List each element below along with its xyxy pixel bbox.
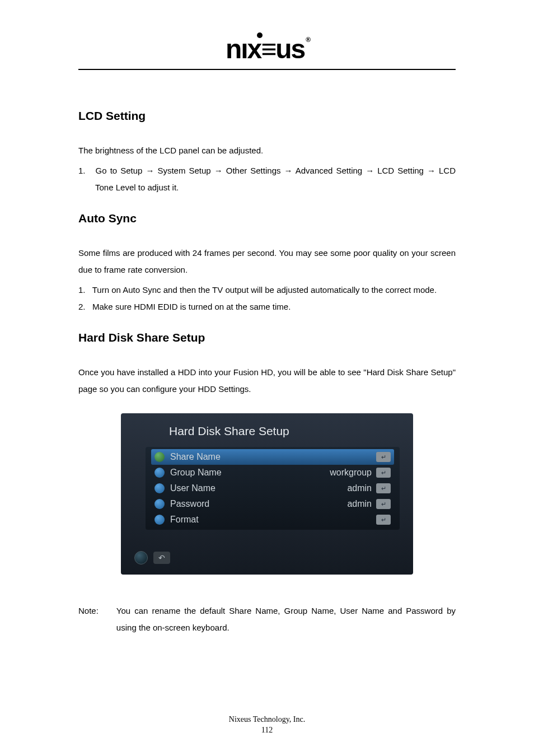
row-label: User Name xyxy=(170,483,347,493)
heading-hdd-share: Hard Disk Share Setup xyxy=(78,331,456,344)
menu-row-user-name[interactable]: User Name admin ↵ xyxy=(151,480,394,496)
bullet-icon xyxy=(154,483,165,493)
row-value: admin xyxy=(347,483,372,493)
hdd-intro-text: Once you have installed a HDD into your … xyxy=(78,364,456,398)
logo-text: nıx≡us xyxy=(226,34,305,64)
menu-row-share-name[interactable]: Share Name ↵ xyxy=(151,449,394,465)
lcd-step-1: 1. Go to Setup → System Setup → Other Se… xyxy=(78,162,456,196)
bullet-icon xyxy=(154,515,165,525)
menu-row-group-name[interactable]: Group Name workgroup ↵ xyxy=(151,465,394,480)
screenshot-title: Hard Disk Share Setup xyxy=(169,424,400,438)
back-icon[interactable]: ↶ xyxy=(153,552,170,564)
heading-auto-sync: Auto Sync xyxy=(78,212,456,225)
menu-row-password[interactable]: Password admin ↵ xyxy=(151,496,394,512)
heading-lcd-setting: LCD Setting xyxy=(78,109,456,123)
registered-icon: ® xyxy=(306,36,310,44)
logo-dot-icon xyxy=(257,32,263,38)
brand-logo: nıx≡us® xyxy=(226,34,308,64)
screenshot-menu-list: Share Name ↵ Group Name workgroup ↵ User… xyxy=(146,447,400,530)
globe-icon xyxy=(134,551,148,564)
note-label: Note: xyxy=(78,603,99,636)
header-divider xyxy=(78,69,456,70)
row-label: Share Name xyxy=(170,452,372,462)
menu-row-format[interactable]: Format ↵ xyxy=(151,512,394,528)
sync-step-2: 2. Make sure HDMI EDID is turned on at t… xyxy=(78,298,456,315)
bullet-icon xyxy=(154,452,165,462)
row-label: Format xyxy=(170,515,372,525)
footer-company: Nixeus Technology, Inc. xyxy=(0,714,534,725)
logo-block: nıx≡us® xyxy=(78,34,456,64)
enter-key-icon: ↵ xyxy=(376,483,391,493)
sync-step-1: 1. Turn on Auto Sync and then the TV out… xyxy=(78,282,456,298)
bullet-icon xyxy=(154,499,165,509)
enter-key-icon: ↵ xyxy=(376,515,391,525)
enter-key-icon: ↵ xyxy=(376,468,391,478)
hdd-share-screenshot: Hard Disk Share Setup Share Name ↵ Group… xyxy=(121,413,413,575)
footer-page-number: 112 xyxy=(0,725,534,736)
screenshot-footer: ↶ xyxy=(134,551,400,564)
row-label: Group Name xyxy=(170,468,330,478)
row-label: Password xyxy=(170,499,347,509)
row-value: workgroup xyxy=(330,468,372,478)
bullet-icon xyxy=(154,468,165,478)
sync-intro-text: Some films are produced with 24 frames p… xyxy=(78,245,456,278)
enter-key-icon: ↵ xyxy=(376,499,391,509)
note-body: You can rename the default Share Name, G… xyxy=(116,603,456,636)
lcd-intro-text: The brightness of the LCD panel can be a… xyxy=(78,142,456,159)
note-block: Note: You can rename the default Share N… xyxy=(78,603,456,636)
page-footer: Nixeus Technology, Inc. 112 xyxy=(0,714,534,736)
enter-key-icon: ↵ xyxy=(376,452,391,462)
row-value: admin xyxy=(347,499,372,509)
